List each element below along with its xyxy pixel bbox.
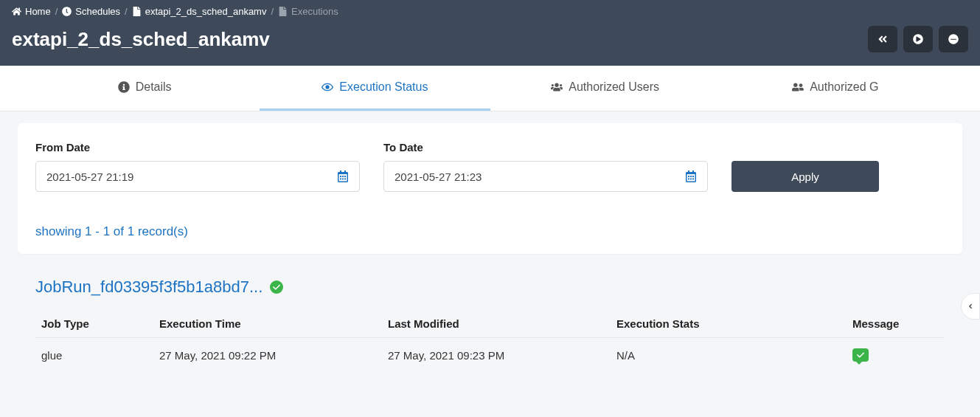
job-table: Job Type Execution Time Last Modified Ex…: [35, 310, 945, 372]
from-date-input[interactable]: [46, 170, 337, 183]
page-title: extapi_2_ds_sched_ankamv: [12, 28, 270, 51]
tab-execution-status-label: Execution Status: [339, 80, 428, 94]
to-date-label: To Date: [383, 141, 708, 154]
col-job-type: Job Type: [35, 310, 153, 338]
cell-execution-time: 27 May, 2021 09:22 PM: [153, 338, 382, 373]
cell-last-modified: 27 May, 2021 09:23 PM: [382, 338, 611, 373]
job-run-panel: JobRun_fd03395f3f5b1a8bd7... Job Type Ex…: [18, 266, 962, 372]
filter-panel: From Date To Date Apply showing 1 - 1 of…: [18, 123, 962, 254]
breadcrumb-schedules[interactable]: Schedules: [62, 6, 120, 17]
from-date-input-group[interactable]: [35, 161, 360, 192]
breadcrumb-current[interactable]: extapi_2_ds_sched_ankamv: [132, 6, 267, 17]
cell-execution-stats: N/A: [611, 338, 847, 373]
tab-authorized-groups-label: Authorized G: [810, 80, 878, 94]
chevron-left-icon: [967, 303, 974, 310]
side-toggle[interactable]: [961, 293, 980, 320]
apply-button[interactable]: Apply: [731, 161, 879, 192]
tabs: Details Execution Status Authorized User…: [0, 66, 980, 111]
status-success-icon: [270, 280, 283, 294]
table-row: glue 27 May, 2021 09:22 PM 27 May, 2021 …: [35, 338, 945, 373]
info-icon: [118, 81, 130, 93]
clock-icon: [62, 7, 72, 16]
breadcrumb-executions-label: Executions: [291, 6, 338, 17]
users-icon: [551, 81, 563, 93]
breadcrumb-home-label: Home: [25, 6, 51, 17]
tab-authorized-users-label: Authorized Users: [569, 80, 659, 94]
breadcrumb-schedules-label: Schedules: [75, 6, 120, 17]
chevron-double-left-icon: [878, 34, 888, 44]
col-message: Message: [847, 310, 945, 338]
tab-details[interactable]: Details: [29, 66, 260, 111]
breadcrumb: Home / Schedules / extapi_2_ds_sched_ank…: [0, 0, 980, 23]
file-icon: [278, 7, 288, 16]
job-run-link[interactable]: JobRun_fd03395f3f5b1a8bd7...: [35, 278, 263, 297]
breadcrumb-home[interactable]: Home: [12, 6, 51, 17]
cell-job-type: glue: [35, 338, 153, 373]
col-execution-time: Execution Time: [153, 310, 382, 338]
breadcrumb-executions: Executions: [278, 6, 338, 17]
tab-execution-status[interactable]: Execution Status: [260, 66, 490, 111]
to-date-input[interactable]: [395, 170, 685, 183]
col-execution-stats: Execution Stats: [611, 310, 847, 338]
groups-icon: [792, 81, 804, 93]
remove-button[interactable]: [939, 26, 968, 52]
play-circle-icon: [913, 34, 923, 44]
tab-authorized-groups[interactable]: Authorized G: [720, 66, 951, 111]
play-button[interactable]: [903, 26, 933, 52]
from-date-label: From Date: [35, 141, 360, 154]
collapse-button[interactable]: [868, 26, 897, 52]
calendar-icon[interactable]: [685, 170, 697, 182]
tab-authorized-users[interactable]: Authorized Users: [490, 66, 720, 111]
records-summary: showing 1 - 1 of 1 record(s): [35, 224, 945, 239]
to-date-input-group[interactable]: [383, 161, 708, 192]
col-last-modified: Last Modified: [382, 310, 611, 338]
message-success-icon[interactable]: [852, 348, 869, 362]
cell-message: [847, 338, 945, 373]
file-icon: [132, 7, 142, 16]
calendar-icon[interactable]: [337, 170, 349, 182]
home-icon: [12, 7, 21, 16]
minus-circle-icon: [948, 34, 959, 44]
breadcrumb-current-label: extapi_2_ds_sched_ankamv: [145, 6, 267, 17]
tab-details-label: Details: [136, 80, 172, 94]
eye-icon: [322, 81, 333, 93]
